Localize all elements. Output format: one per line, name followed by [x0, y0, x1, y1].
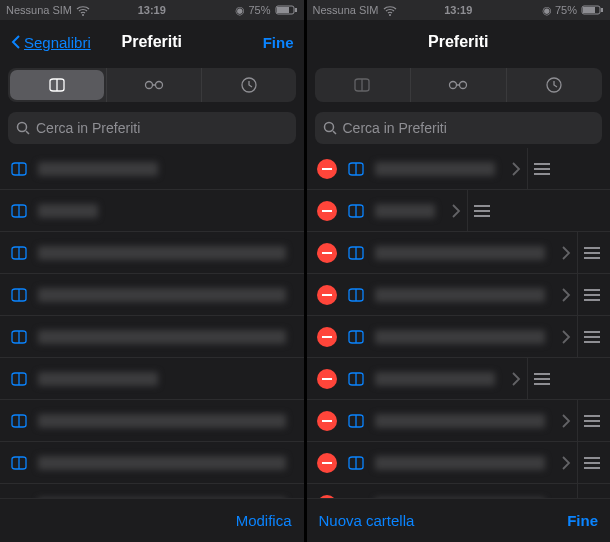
- item-label: [375, 456, 546, 470]
- chevron-right-icon: [559, 329, 571, 345]
- book-icon: [48, 78, 66, 92]
- list-item[interactable]: [307, 274, 611, 316]
- list-item[interactable]: [0, 190, 304, 232]
- delete-icon[interactable]: [317, 495, 337, 499]
- status-bar: Nessuna SIM 13:19 ◉ 75%: [0, 0, 304, 20]
- chevron-right-icon: [559, 245, 571, 261]
- book-icon: [347, 414, 365, 428]
- list-item[interactable]: [307, 358, 611, 400]
- tab-history[interactable]: [506, 68, 602, 102]
- list-item[interactable]: [307, 442, 611, 484]
- book-icon: [347, 498, 365, 499]
- carrier-label: Nessuna SIM: [313, 4, 379, 16]
- list-item[interactable]: [0, 484, 304, 498]
- item-label: [38, 498, 286, 499]
- battery-pct: ◉ 75%: [542, 4, 577, 17]
- chevron-right-icon: [509, 161, 521, 177]
- drag-handle-icon[interactable]: [467, 190, 490, 231]
- search-placeholder: Cerca in Preferiti: [36, 120, 140, 136]
- back-button[interactable]: Segnalibri: [0, 20, 101, 64]
- delete-icon[interactable]: [317, 369, 337, 389]
- list-item[interactable]: [307, 484, 611, 498]
- list-item[interactable]: [0, 232, 304, 274]
- clock-icon: [240, 76, 258, 94]
- search-input[interactable]: Cerca in Preferiti: [8, 112, 296, 144]
- status-bar: Nessuna SIM 13:19 ◉ 75%: [307, 0, 611, 20]
- drag-handle-icon[interactable]: [577, 316, 600, 357]
- list-item[interactable]: [307, 316, 611, 358]
- done-button[interactable]: Fine: [567, 512, 598, 529]
- item-label: [375, 372, 495, 386]
- chevron-left-icon: [10, 34, 22, 50]
- tab-readinglist[interactable]: [106, 68, 201, 102]
- book-icon: [10, 414, 28, 428]
- drag-handle-icon[interactable]: [577, 484, 600, 498]
- newfolder-button[interactable]: Nuova cartella: [319, 512, 415, 529]
- back-label: Segnalibri: [24, 34, 91, 51]
- item-label: [375, 288, 546, 302]
- drag-handle-icon[interactable]: [577, 274, 600, 315]
- tab-bookmarks[interactable]: [315, 68, 410, 102]
- book-icon: [347, 204, 365, 218]
- list-item[interactable]: [307, 232, 611, 274]
- delete-icon[interactable]: [317, 243, 337, 263]
- chevron-right-icon: [559, 287, 571, 303]
- item-label: [38, 330, 286, 344]
- tab-bookmarks[interactable]: [10, 70, 104, 100]
- delete-icon[interactable]: [317, 411, 337, 431]
- bookmark-list-edit[interactable]: [307, 148, 611, 498]
- drag-handle-icon[interactable]: [577, 232, 600, 273]
- delete-icon[interactable]: [317, 201, 337, 221]
- search-placeholder: Cerca in Preferiti: [343, 120, 447, 136]
- drag-handle-icon[interactable]: [577, 400, 600, 441]
- tab-readinglist[interactable]: [410, 68, 506, 102]
- glasses-icon: [144, 78, 164, 92]
- delete-icon[interactable]: [317, 453, 337, 473]
- book-icon: [10, 288, 28, 302]
- book-icon: [347, 246, 365, 260]
- list-item[interactable]: [307, 400, 611, 442]
- item-label: [38, 414, 286, 428]
- navbar: Preferiti: [307, 20, 611, 64]
- chevron-right-icon: [449, 203, 461, 219]
- search-input[interactable]: Cerca in Preferiti: [315, 112, 603, 144]
- toolbar: Modifica: [0, 498, 304, 542]
- page-title: Preferiti: [122, 33, 182, 51]
- bookmark-list[interactable]: [0, 148, 304, 498]
- chevron-right-icon: [559, 413, 571, 429]
- pane-right: Nessuna SIM 13:19 ◉ 75% Preferiti Cerca …: [304, 0, 611, 542]
- book-icon: [10, 246, 28, 260]
- battery-icon: [275, 3, 298, 17]
- carrier-label: Nessuna SIM: [6, 4, 72, 16]
- battery-pct: ◉ 75%: [235, 4, 270, 17]
- list-item[interactable]: [0, 316, 304, 358]
- item-label: [375, 330, 546, 344]
- edit-button[interactable]: Modifica: [236, 512, 292, 529]
- tab-history[interactable]: [201, 68, 296, 102]
- book-icon: [10, 330, 28, 344]
- list-item[interactable]: [0, 400, 304, 442]
- list-item[interactable]: [0, 274, 304, 316]
- clock-icon: [545, 76, 563, 94]
- list-item[interactable]: [307, 148, 611, 190]
- list-item[interactable]: [0, 358, 304, 400]
- navbar: Segnalibri Preferiti Fine: [0, 20, 304, 64]
- delete-icon[interactable]: [317, 327, 337, 347]
- delete-icon[interactable]: [317, 285, 337, 305]
- item-label: [38, 162, 158, 176]
- page-title: Preferiti: [428, 33, 488, 51]
- drag-handle-icon[interactable]: [577, 442, 600, 483]
- book-icon: [347, 456, 365, 470]
- drag-handle-icon[interactable]: [527, 148, 550, 189]
- search-icon: [323, 121, 337, 135]
- done-button[interactable]: Fine: [253, 20, 304, 64]
- item-label: [375, 162, 495, 176]
- item-label: [375, 414, 546, 428]
- drag-handle-icon[interactable]: [527, 358, 550, 399]
- delete-icon[interactable]: [317, 159, 337, 179]
- list-item[interactable]: [0, 442, 304, 484]
- list-item[interactable]: [0, 148, 304, 190]
- wifi-icon: [76, 4, 90, 16]
- battery-icon: [581, 3, 604, 17]
- list-item[interactable]: [307, 190, 611, 232]
